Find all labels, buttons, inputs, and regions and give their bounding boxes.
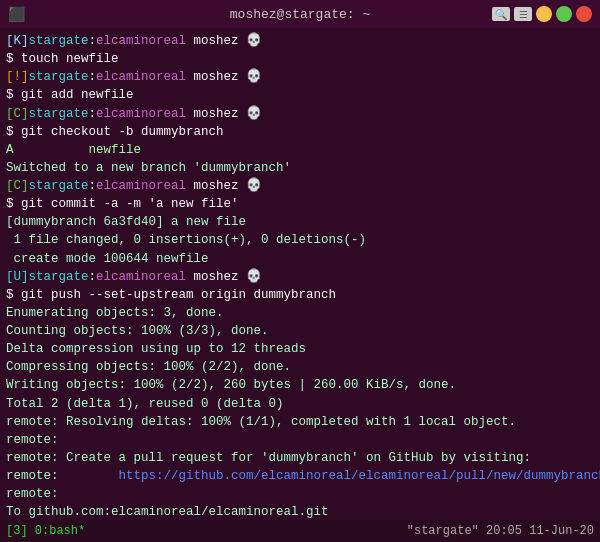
minimize-button[interactable]: [536, 6, 552, 22]
terminal-window: ⬛ moshez@stargate: ~ 🔍 ☰ [K]stargate:elc…: [0, 0, 600, 542]
close-button[interactable]: [576, 6, 592, 22]
terminal-line: [U]stargate:elcaminoreal moshez 💀: [6, 268, 594, 286]
titlebar-left: ⬛: [8, 6, 24, 22]
window-controls: 🔍 ☰: [492, 6, 592, 22]
search-button[interactable]: 🔍: [492, 7, 510, 21]
terminal-line: To github.com:elcaminoreal/elcaminoreal.…: [6, 503, 594, 520]
terminal-line: $ git push --set-upstream origin dummybr…: [6, 286, 594, 304]
terminal-line: [dummybranch 6a3fd40] a new file: [6, 213, 594, 231]
terminal-line: $ git add newfile: [6, 86, 594, 104]
maximize-button[interactable]: [556, 6, 572, 22]
terminal-line: $ git commit -a -m 'a new file': [6, 195, 594, 213]
statusbar: [3] 0:bash* "stargate" 20:05 11-Jun-20: [0, 520, 600, 542]
terminal-line: remote: Create a pull request for 'dummy…: [6, 449, 594, 467]
terminal-line: Total 2 (delta 1), reused 0 (delta 0): [6, 395, 594, 413]
window-title: moshez@stargate: ~: [230, 7, 370, 22]
status-left: [3] 0:bash*: [6, 524, 85, 538]
terminal-line: Compressing objects: 100% (2/2), done.: [6, 358, 594, 376]
terminal-line: Counting objects: 100% (3/3), done.: [6, 322, 594, 340]
terminal-line: $ touch newfile: [6, 50, 594, 68]
terminal-line: remote:: [6, 485, 594, 503]
terminal-line: Enumerating objects: 3, done.: [6, 304, 594, 322]
terminal-line: Switched to a new branch 'dummybranch': [6, 159, 594, 177]
terminal-line: remote:: [6, 431, 594, 449]
status-right: "stargate" 20:05 11-Jun-20: [407, 524, 594, 538]
terminal-line: [C]stargate:elcaminoreal moshez 💀: [6, 177, 594, 195]
terminal-line: [K]stargate:elcaminoreal moshez 💀: [6, 32, 594, 50]
titlebar: ⬛ moshez@stargate: ~ 🔍 ☰: [0, 0, 600, 28]
terminal-line: Delta compression using up to 12 threads: [6, 340, 594, 358]
terminal-line: [!]stargate:elcaminoreal moshez 💀: [6, 68, 594, 86]
terminal-icon: ⬛: [8, 6, 24, 22]
terminal-line: Writing objects: 100% (2/2), 260 bytes |…: [6, 376, 594, 394]
terminal-line: 1 file changed, 0 insertions(+), 0 delet…: [6, 231, 594, 249]
terminal-body[interactable]: [K]stargate:elcaminoreal moshez 💀 $ touc…: [0, 28, 600, 520]
terminal-line: remote: https://github.com/elcaminoreal/…: [6, 467, 594, 485]
terminal-line: remote: Resolving deltas: 100% (1/1), co…: [6, 413, 594, 431]
menu-button[interactable]: ☰: [514, 7, 532, 21]
terminal-line: [C]stargate:elcaminoreal moshez 💀: [6, 105, 594, 123]
terminal-line: A newfile: [6, 141, 594, 159]
terminal-line: create mode 100644 newfile: [6, 250, 594, 268]
terminal-line: $ git checkout -b dummybranch: [6, 123, 594, 141]
